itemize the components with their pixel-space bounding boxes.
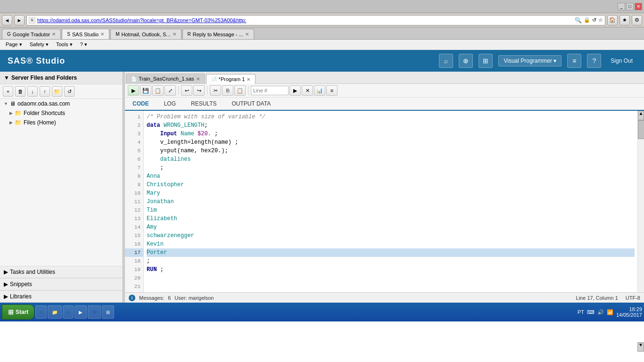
sidebar-new-button[interactable]: + [3, 86, 13, 97]
hotmail-favicon: M [116, 32, 119, 37]
visual-programmer-button[interactable]: Visual Programmer ▾ [498, 55, 561, 66]
ie-menu-help[interactable]: ? ▾ [76, 41, 91, 49]
sidebar-upload-button[interactable]: ↑ [40, 86, 50, 97]
sidebar-files-label: Server Files and Folders [11, 74, 77, 81]
taskbar-ie2-button[interactable]: e [63, 305, 74, 319]
chart-button[interactable]: 📊 [314, 85, 325, 96]
sidebar-refresh-button[interactable]: ↺ [64, 86, 74, 97]
start-button[interactable]: ⊞ Start [2, 304, 34, 320]
sign-out-button[interactable]: Sign Out [607, 56, 636, 66]
line-num-7: 7 [125, 164, 143, 172]
sidebar-delete-button[interactable]: 🗑 [15, 86, 25, 97]
redo-button[interactable]: ↪ [193, 85, 205, 96]
sidebar-download-button[interactable]: ↓ [27, 86, 38, 97]
encoding-status: UTF-8 [626, 295, 640, 301]
taskbar-ie-button[interactable]: e [35, 305, 47, 319]
editor-tab-program1[interactable]: 📄 *Program 1 ✕ [206, 74, 256, 84]
sidebar-bottom: ▶ Tasks and Utilities ▶ Snippets ▶ Libra… [0, 266, 122, 303]
maximize-button[interactable]: □ [626, 3, 634, 10]
menu-btn2[interactable]: ≡ [326, 85, 338, 96]
paste-button[interactable]: 📋 [234, 85, 246, 96]
vertical-scrollbar[interactable]: ▲ ▼ [637, 111, 644, 292]
save-as-button[interactable]: 📋 [152, 85, 164, 96]
cut-button[interactable]: ✂ [210, 85, 221, 96]
scrollbar-thumb[interactable] [638, 120, 644, 139]
browser-tab-google-close[interactable]: ✕ [52, 32, 56, 37]
browser-tab-google[interactable]: G Google Tradutor ✕ [2, 29, 61, 39]
code-line-4: v_length=length(name) ; [147, 138, 635, 147]
line-num-3: 3 [125, 130, 143, 138]
undo-button[interactable]: ↩ [181, 85, 192, 96]
ie-menu-safety[interactable]: Safety ▾ [26, 41, 52, 49]
browser-tab-reply[interactable]: R Reply to Message - ... ✕ [182, 29, 254, 39]
sidebar-snippets-section[interactable]: ▶ Snippets [0, 278, 122, 290]
editor-toolbar: ▶ 💾 📋 ⤢ ↩ ↪ ✂ ⎘ 📋 ▶ ✕ 📊 ≡ [125, 84, 644, 98]
line-input[interactable] [251, 86, 289, 95]
save-button[interactable]: 💾 [140, 85, 151, 96]
header-right: ⌕ ⊕ ⊞ Visual Programmer ▾ ≡ ? Sign Out [439, 54, 636, 68]
tree-item-folder-shortcuts[interactable]: ▶ 📁 Folder Shortcuts [0, 108, 122, 118]
find-button[interactable]: ✕ [302, 85, 313, 96]
code-line-5: y=put(name, hex20.); [147, 147, 635, 155]
home-button[interactable]: 🏠 [607, 15, 618, 25]
address-input[interactable] [37, 17, 573, 23]
code-tab-outputdata[interactable]: OUTPUT DATA [224, 98, 278, 110]
browser-tab-sas[interactable]: S SAS Studio ✕ [62, 29, 109, 39]
browser-tab-sas-close[interactable]: ✕ [100, 32, 104, 37]
header-globe-button[interactable]: ⊕ [459, 54, 473, 68]
header-list-button[interactable]: ≡ [567, 54, 581, 68]
tree-item-files-home[interactable]: ▶ 📁 Files (Home) [0, 118, 122, 127]
user-label: User: marigelson [174, 295, 214, 301]
code-line-7: ; [147, 164, 635, 172]
sidebar-tasks-label: Tasks and Utilities [10, 269, 55, 275]
header-grid-button[interactable]: ⊞ [479, 54, 493, 68]
editor-tabs: 📄 Train_SasCrunch_1.sas ✕ 📄 *Program 1 ✕ [125, 72, 644, 84]
close-button[interactable]: ✕ [635, 3, 642, 10]
taskbar: ⊞ Start e 📁 e ▶ W ⊞ PT ⌨ 🔊 📶 18:29 14/05… [0, 303, 644, 321]
code-tab-code[interactable]: CODE [125, 98, 157, 111]
favorites-button[interactable]: ★ [619, 15, 630, 25]
header-help-button[interactable]: ? [587, 54, 601, 68]
tree-files-home-label: Files (Home) [24, 119, 56, 126]
line-num-11: 11 [125, 197, 143, 206]
copy-button[interactable]: ⎘ [222, 85, 233, 96]
maximize-button2[interactable]: ⤢ [165, 85, 176, 96]
sidebar-top: ▼ Server Files and Folders + 🗑 ↓ ↑ 📁 ↺ ▼… [0, 72, 122, 266]
titlebar-controls[interactable]: _ □ ✕ [618, 3, 642, 10]
ie-menu-tools[interactable]: Tools ▾ [52, 41, 76, 49]
star-icon[interactable]: ☆ [598, 17, 603, 23]
code-tab-log[interactable]: LOG [157, 98, 183, 110]
browser-tabs: G Google Tradutor ✕ S SAS Studio ✕ M Hot… [0, 27, 644, 40]
tree-item-server[interactable]: ▼ 🖥 odaomr.oda.sas.com [0, 99, 122, 108]
go-button[interactable]: ▶ [289, 85, 301, 96]
header-search-button[interactable]: ⌕ [439, 54, 453, 68]
code-line-6: datalines [147, 155, 635, 164]
browser-tab-hotmail[interactable]: M Hotmail, Outlook, S... ✕ [110, 29, 181, 39]
browser-tab-reply-close[interactable]: ✕ [245, 32, 249, 37]
code-tab-results[interactable]: RESULTS [183, 98, 224, 110]
snippets-expand-icon: ▶ [4, 281, 8, 288]
taskbar-word-button[interactable]: W [88, 305, 100, 319]
browser-tab-hotmail-close[interactable]: ✕ [173, 32, 176, 37]
forward-button[interactable]: ► [14, 15, 25, 25]
minimize-button[interactable]: _ [618, 3, 625, 10]
taskbar-media-button[interactable]: ▶ [74, 305, 87, 319]
code-content[interactable]: /* Problem with size of variable */ data… [144, 111, 637, 292]
back-button[interactable]: ◄ [2, 15, 12, 25]
editor-tab-train-close[interactable]: ✕ [196, 76, 200, 82]
settings-button[interactable]: ⚙ [632, 15, 642, 25]
taskbar-explorer-button[interactable]: 📁 [48, 305, 62, 319]
sidebar-tasks-section[interactable]: ▶ Tasks and Utilities [0, 266, 122, 278]
sidebar-libraries-section[interactable]: ▶ Libraries [0, 290, 122, 303]
server-expand-icon: ▼ [4, 101, 8, 106]
taskbar-app-button[interactable]: ⊞ [102, 305, 114, 319]
sidebar-section-files[interactable]: ▼ Server Files and Folders [0, 72, 122, 84]
refresh-icon[interactable]: ↺ [592, 17, 596, 23]
editor-tab-program1-close[interactable]: ✕ [247, 77, 250, 82]
editor-tab-train[interactable]: 📄 Train_SasCrunch_1.sas ✕ [126, 74, 205, 83]
run-button[interactable]: ▶ [128, 85, 139, 96]
line-num-19: 19 [125, 265, 143, 274]
ie-menu-page[interactable]: Page ▾ [2, 41, 26, 49]
search-icon[interactable]: 🔍 [575, 17, 582, 24]
sidebar-folder-button[interactable]: 📁 [52, 86, 62, 97]
